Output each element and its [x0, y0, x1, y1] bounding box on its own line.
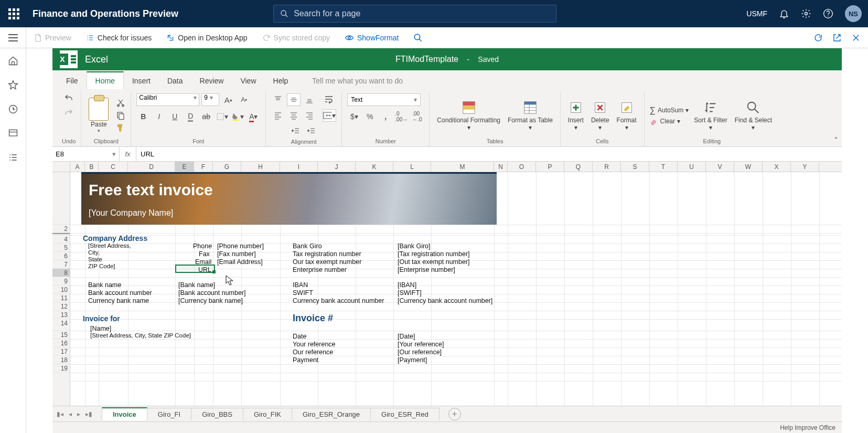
align-center-icon[interactable] — [287, 109, 301, 122]
cells-area[interactable]: Free text invoice [Your Company Name] Co… — [70, 172, 842, 406]
undo-icon[interactable] — [63, 93, 74, 103]
col-header[interactable]: D — [128, 162, 175, 172]
decrease-decimal-icon[interactable]: .00←.0 — [410, 110, 424, 123]
font-color-icon[interactable]: A▾ — [247, 110, 260, 123]
row-header[interactable]: 14 — [52, 319, 70, 331]
col-header[interactable]: W — [734, 162, 763, 172]
strikethrough-icon[interactable]: ab — [199, 110, 213, 123]
tell-me-input[interactable]: Tell me what you want to do — [312, 77, 403, 89]
row-header[interactable]: 9 — [52, 277, 70, 286]
check-issues-button[interactable]: Check for issues — [86, 34, 152, 42]
cut-icon[interactable] — [116, 98, 125, 108]
page-search-input[interactable]: Search for a page — [273, 5, 556, 23]
row-header[interactable]: 4 — [52, 235, 70, 244]
preview-button[interactable]: Preview — [34, 34, 71, 42]
col-header[interactable]: H — [241, 162, 280, 172]
increase-font-icon[interactable]: A▴ — [221, 93, 235, 106]
redo-icon[interactable] — [63, 108, 74, 118]
align-bottom-icon[interactable] — [303, 93, 316, 106]
sheet-tab-giro-esr-red[interactable]: Giro_ESR_Red — [370, 408, 440, 420]
col-header[interactable]: J — [318, 162, 356, 172]
sheet-next-icon[interactable]: ▸ — [77, 410, 80, 418]
border-icon[interactable]: ▾ — [215, 110, 229, 123]
row-header[interactable]: 12 — [52, 302, 70, 311]
col-header[interactable]: K — [356, 162, 393, 172]
col-header[interactable]: V — [706, 162, 734, 172]
col-header[interactable]: G — [213, 162, 241, 172]
row-header[interactable]: 8 — [52, 269, 70, 277]
open-desktop-button[interactable]: Open in Desktop App — [166, 34, 247, 42]
tab-insert[interactable]: Insert — [124, 72, 159, 89]
avatar[interactable]: NS — [845, 5, 862, 22]
col-header[interactable]: O — [508, 162, 536, 172]
row-header[interactable]: 17 — [52, 347, 70, 356]
help-icon[interactable] — [823, 8, 833, 19]
align-middle-icon[interactable] — [287, 93, 301, 106]
col-header[interactable]: F — [194, 162, 213, 172]
col-header[interactable]: U — [678, 162, 706, 172]
row-header[interactable]: 5 — [52, 244, 70, 252]
copy-icon[interactable] — [116, 111, 125, 120]
delete-cells-button[interactable]: Delete ▾ — [589, 100, 612, 131]
format-painter-icon[interactable] — [116, 123, 125, 133]
wrap-text-icon[interactable] — [323, 93, 336, 106]
list-icon[interactable] — [8, 152, 18, 163]
tab-review[interactable]: Review — [191, 72, 232, 89]
spreadsheet-grid[interactable]: A B C D E F G H I J K L M N O P Q — [52, 162, 842, 406]
tab-view[interactable]: View — [232, 72, 264, 89]
autosum-button[interactable]: ∑AutoSum ▾ — [650, 105, 689, 115]
font-size-select[interactable]: 9▾ — [201, 93, 219, 106]
format-as-table-button[interactable]: Format as Table ▾ — [506, 100, 555, 131]
nav-toggle-button[interactable] — [0, 27, 26, 48]
row-header[interactable] — [52, 172, 70, 225]
italic-icon[interactable]: I — [152, 110, 166, 123]
star-icon[interactable] — [8, 80, 18, 90]
col-header[interactable]: M — [431, 162, 494, 172]
formula-value[interactable]: URL — [136, 147, 842, 161]
show-format-button[interactable]: ShowFormat — [345, 34, 399, 42]
close-icon[interactable] — [851, 33, 861, 43]
col-header[interactable]: R — [593, 162, 621, 172]
tab-file[interactable]: File — [58, 72, 87, 89]
row-header[interactable]: 16 — [52, 339, 70, 347]
refresh-icon[interactable] — [813, 33, 823, 43]
align-left-icon[interactable] — [271, 109, 285, 122]
workspace-icon[interactable] — [8, 128, 18, 139]
format-cells-button[interactable]: Format ▾ — [615, 100, 639, 131]
gear-icon[interactable] — [801, 8, 811, 19]
align-right-icon[interactable] — [303, 109, 316, 122]
col-header[interactable]: Q — [564, 162, 593, 172]
sheet-tab-giro-bbs[interactable]: Giro_BBS — [191, 408, 243, 420]
row-header[interactable]: 6 — [52, 252, 70, 260]
sheet-tab-giro-fik[interactable]: Giro_FIK — [243, 408, 292, 420]
sheet-prev-icon[interactable]: ◂ — [69, 410, 72, 418]
row-header[interactable]: 10 — [52, 286, 70, 294]
col-header[interactable]: P — [536, 162, 564, 172]
percent-format-icon[interactable]: % — [363, 110, 377, 123]
selected-cell[interactable] — [175, 265, 215, 273]
tab-home[interactable]: Home — [87, 71, 124, 89]
decrease-font-icon[interactable]: A▾ — [237, 93, 251, 106]
col-header[interactable]: I — [280, 162, 318, 172]
comma-format-icon[interactable]: , — [379, 110, 392, 123]
col-header[interactable]: E — [175, 162, 194, 172]
recent-icon[interactable] — [8, 104, 18, 114]
home-icon[interactable] — [8, 56, 18, 66]
bold-icon[interactable]: B — [136, 110, 150, 123]
increase-indent-icon[interactable] — [305, 125, 318, 138]
col-header[interactable]: L — [393, 162, 431, 172]
sheet-tab-giro-esr-orange[interactable]: Giro_ESR_Orange — [292, 408, 371, 420]
sheet-last-icon[interactable]: ▸▮ — [85, 410, 92, 418]
fx-label[interactable]: fx — [120, 147, 136, 161]
row-header[interactable]: 19 — [52, 364, 70, 373]
underline-icon[interactable]: U — [168, 110, 181, 123]
select-all-corner[interactable] — [52, 162, 70, 172]
sheet-tab-invoice[interactable]: Invoice — [102, 407, 147, 420]
collapse-ribbon-icon[interactable]: ⌃ — [833, 136, 839, 143]
col-header[interactable]: C — [99, 162, 128, 172]
col-header[interactable]: S — [621, 162, 649, 172]
conditional-formatting-button[interactable]: Conditional Formatting ▾ — [435, 100, 502, 131]
sheet-tab-giro-fi[interactable]: Giro_FI — [147, 408, 191, 420]
fill-color-icon[interactable]: ▾ — [231, 110, 244, 123]
increase-decimal-icon[interactable]: .0.00→ — [394, 110, 408, 123]
